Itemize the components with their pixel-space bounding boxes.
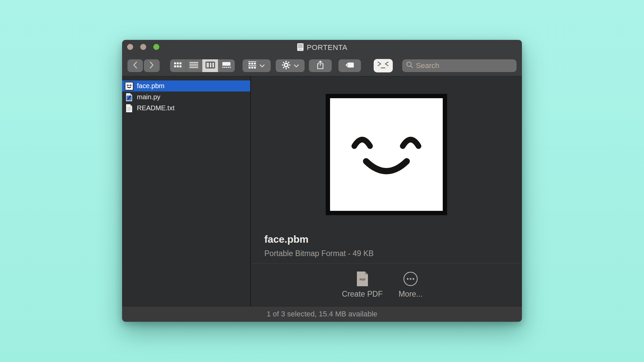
- search-input[interactable]: [416, 61, 513, 70]
- action-menu-button[interactable]: [276, 59, 305, 72]
- gear-icon: [282, 61, 290, 71]
- back-button[interactable]: [127, 59, 143, 72]
- pdf-badge-text: PDF: [360, 278, 366, 281]
- search-field[interactable]: [402, 59, 517, 72]
- icon-view-button[interactable]: [170, 59, 186, 72]
- preview-meta: Portable Bitmap Format - 49 KB: [264, 249, 522, 258]
- create-pdf-button[interactable]: PDF Create PDF: [340, 270, 384, 299]
- file-name: README.txt: [137, 104, 174, 112]
- file-list-column[interactable]: face.pbm main.py: [122, 76, 251, 306]
- preview-filename: face.pbm: [264, 233, 522, 245]
- forward-button[interactable]: [144, 59, 159, 72]
- list-view-icon: [190, 62, 198, 69]
- share-button[interactable]: [309, 59, 332, 72]
- text-document-icon: [125, 104, 133, 113]
- preview-image: [326, 94, 447, 215]
- python-script-icon: [125, 93, 133, 102]
- pdf-document-icon: PDF: [356, 270, 368, 287]
- grid-view-icon: [174, 62, 182, 69]
- status-bar: 1 of 3 selected, 15.4 MB available: [122, 306, 522, 322]
- file-row-readme-txt[interactable]: README.txt: [122, 103, 250, 114]
- titlebar: PORTENTA: [122, 40, 522, 55]
- chevron-right-icon: [149, 61, 154, 70]
- column-view-button[interactable]: [202, 59, 218, 72]
- quick-actions: PDF Create PDF More...: [251, 264, 522, 299]
- view-switcher: [170, 59, 235, 72]
- list-view-button[interactable]: [186, 59, 202, 72]
- gallery-view-button[interactable]: [218, 59, 234, 72]
- status-text: 1 of 3 selected, 15.4 MB available: [267, 310, 377, 318]
- search-icon: [406, 61, 413, 70]
- tag-button[interactable]: [338, 59, 361, 72]
- toolbar: [127, 59, 517, 72]
- finder-window: PORTENTA: [122, 40, 522, 322]
- more-label: More...: [398, 290, 423, 299]
- smiley-face-graphic: [330, 98, 443, 211]
- preview-info: face.pbm Portable Bitmap Format - 49 KB: [264, 233, 522, 258]
- chevron-down-icon: [260, 63, 265, 69]
- window-header: PORTENTA: [122, 40, 522, 76]
- group-by-icon: [248, 61, 256, 70]
- preview-column: face.pbm Portable Bitmap Format - 49 KB …: [251, 76, 522, 306]
- removable-disk-icon: [297, 43, 304, 53]
- gallery-view-icon: [222, 62, 231, 69]
- window-title: PORTENTA: [307, 43, 347, 52]
- tag-icon: [345, 62, 354, 69]
- chevron-left-icon: [133, 61, 138, 70]
- chevron-down-icon: [294, 63, 299, 69]
- content-area: face.pbm main.py: [122, 76, 522, 306]
- file-name: face.pbm: [137, 82, 164, 90]
- more-button[interactable]: More...: [388, 270, 433, 299]
- file-name: main.py: [137, 93, 160, 101]
- squint-face-button[interactable]: [374, 59, 393, 72]
- column-view-icon: [206, 62, 215, 70]
- squint-face-icon: [377, 61, 389, 70]
- share-icon: [316, 60, 324, 71]
- file-row-face-pbm[interactable]: face.pbm: [122, 80, 250, 92]
- pbm-thumbnail-icon: [125, 82, 133, 90]
- create-pdf-label: Create PDF: [342, 290, 382, 299]
- ellipsis-circle-icon: [403, 270, 418, 287]
- file-row-main-py[interactable]: main.py: [122, 92, 250, 103]
- group-by-button[interactable]: [243, 59, 271, 72]
